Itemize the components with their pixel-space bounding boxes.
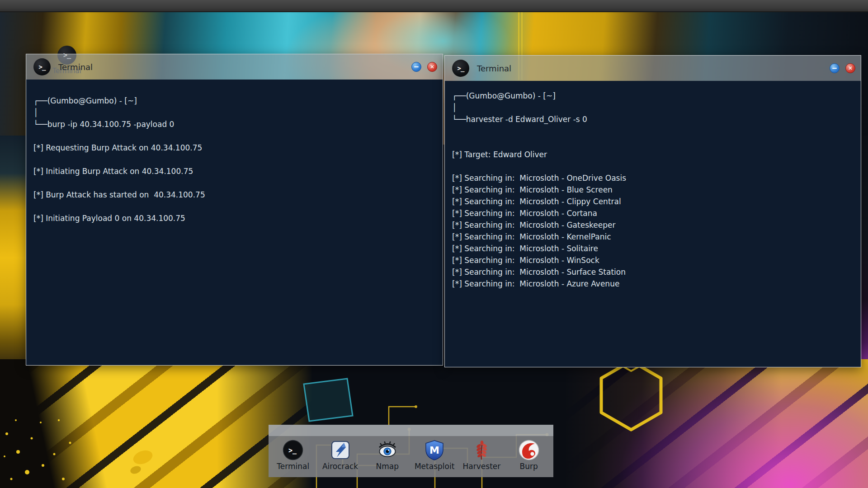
- terminal-line: [*] Searching in: Microsloth - WinSock: [452, 254, 854, 266]
- dock-item-nmap[interactable]: Nmap: [365, 440, 410, 471]
- dock-item-harvester[interactable]: Harvester: [459, 440, 504, 471]
- close-button[interactable]: ✕: [427, 62, 437, 72]
- nmap-icon: [377, 440, 398, 460]
- terminal-icon: >_: [33, 58, 51, 75]
- terminal-line: [*] Searching in: Microsloth - Clippy Ce…: [452, 196, 854, 207]
- terminal-line: [*] Burp Attack has started on 40.34.100…: [33, 189, 435, 201]
- minimize-button[interactable]: [411, 62, 421, 72]
- terminal-line: [*] Searching in: Microsloth - Solitaire: [452, 243, 854, 254]
- terminal-line: [*] Initiating Burp Attack on 40.34.100.…: [33, 165, 435, 177]
- close-icon: ✕: [430, 64, 434, 70]
- terminal-line: │: [452, 102, 854, 113]
- minimize-icon: [414, 66, 419, 68]
- terminal-line: │: [33, 107, 435, 118]
- svg-text:M: M: [429, 445, 439, 456]
- dock: >_ Terminal Airocrack: [269, 425, 553, 477]
- terminal-line: [*] Searching in: Microsloth - Surface S…: [452, 266, 854, 278]
- terminal-line: [*] Searching in: Microsloth - OneDrive …: [452, 172, 854, 184]
- terminal-window-left: >_ Terminal ✕ ┌──(Gumbo@Gumbo) - [~]│└──…: [26, 54, 443, 366]
- window-controls: ✕: [411, 62, 437, 72]
- minimize-icon: [832, 68, 837, 69]
- terminal-line: ┌──(Gumbo@Gumbo) - [~]: [452, 90, 854, 102]
- terminal-line: └──burp -ip 40.34.100.75 -payload 0: [33, 118, 435, 130]
- window-titlebar[interactable]: >_ Terminal ✕: [445, 56, 861, 81]
- close-button[interactable]: ✕: [845, 63, 855, 73]
- terminal-output[interactable]: ┌──(Gumbo@Gumbo) - [~]│└──harvester -d E…: [445, 81, 861, 367]
- terminal-icon: >_: [283, 440, 303, 460]
- terminal-line: [452, 137, 854, 149]
- terminal-line: ┌──(Gumbo@Gumbo) - [~]: [33, 95, 435, 107]
- close-icon: ✕: [848, 66, 853, 71]
- dock-item-airocrack[interactable]: Airocrack: [318, 440, 363, 471]
- terminal-icon: >_: [452, 60, 469, 77]
- window-controls: ✕: [830, 63, 855, 73]
- dock-handle[interactable]: [269, 425, 553, 436]
- terminal-line: └──harvester -d Edward_Oliver -s 0: [452, 113, 854, 125]
- terminal-window-right: >_ Terminal ✕ ┌──(Gumbo@Gumbo) - [~]│└──…: [444, 55, 861, 367]
- terminal-line: [*] Searching in: Microsloth - Cortana: [452, 207, 854, 219]
- metasploit-icon: M: [424, 440, 445, 460]
- window-titlebar[interactable]: >_ Terminal ✕: [26, 54, 443, 80]
- window-title: Terminal: [58, 62, 93, 72]
- terminal-line: [452, 125, 854, 137]
- terminal-line: [*] Target: Edward Oliver: [452, 149, 854, 160]
- terminal-line: [*] Searching in: Microsloth - Blue Scre…: [452, 184, 854, 196]
- airocrack-icon: [330, 440, 351, 460]
- terminal-line: [*] Searching in: Microsloth - KernelPan…: [452, 231, 854, 243]
- terminal-line: [33, 177, 435, 189]
- top-bar: [0, 0, 868, 12]
- terminal-output[interactable]: ┌──(Gumbo@Gumbo) - [~]│└──burp -ip 40.34…: [26, 80, 443, 365]
- dock-body: >_ Terminal Airocrack: [269, 436, 553, 477]
- minimize-button[interactable]: [830, 63, 840, 73]
- terminal-line: [452, 160, 854, 172]
- burp-icon: [519, 440, 539, 460]
- harvester-icon: [471, 440, 492, 460]
- terminal-line: [*] Searching in: Microsloth - Azure Ave…: [452, 278, 854, 290]
- terminal-line: [*] Searching in: Microsloth - Gateskeep…: [452, 219, 854, 231]
- svg-text:>_: >_: [288, 446, 297, 455]
- terminal-line: [*] Requesting Burp Attack on 40.34.100.…: [33, 142, 435, 154]
- terminal-line: [33, 201, 435, 212]
- dock-item-metasploit[interactable]: M Metasploit: [412, 440, 457, 471]
- terminal-line: [33, 154, 435, 165]
- dock-item-terminal[interactable]: >_ Terminal: [270, 440, 316, 471]
- dock-item-burp[interactable]: Burp: [506, 440, 552, 471]
- terminal-line: [*] Initiating Payload 0 on 40.34.100.75: [33, 212, 435, 224]
- terminal-line: [33, 130, 435, 142]
- window-title: Terminal: [477, 64, 511, 73]
